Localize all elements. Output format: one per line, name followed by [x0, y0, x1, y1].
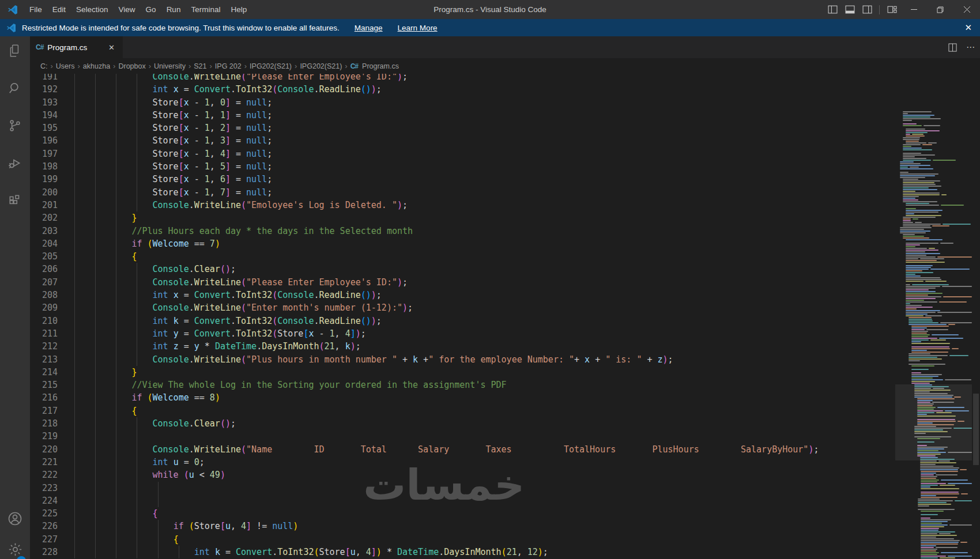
learn-more-link[interactable]: Learn More [398, 24, 438, 32]
line-content: int k = Convert.ToInt32(Store[u, 4]) * D… [69, 546, 548, 558]
more-actions-icon[interactable]: ⋯ [962, 42, 980, 52]
toggle-sidebar-icon[interactable] [824, 0, 841, 19]
indent-guide [74, 74, 75, 83]
line-content: Console.Clear(); [69, 417, 236, 430]
settings-gear-icon[interactable]: 1 [0, 535, 30, 559]
line-number: 204 [30, 237, 69, 250]
indent-guide [137, 134, 137, 147]
indent-guide [74, 405, 75, 417]
indent-guide [158, 520, 159, 532]
run-and-debug-icon[interactable] [0, 149, 30, 177]
indent-guide [95, 250, 96, 263]
indent-guide [74, 366, 75, 379]
vertical-scrollbar[interactable] [972, 111, 980, 559]
indent-guide [116, 533, 116, 546]
breadcrumb-separator: › [78, 62, 80, 70]
menu-item-file[interactable]: File [24, 0, 47, 19]
indent-guide [95, 315, 96, 327]
code-line-224: 224 [30, 494, 980, 507]
indent-guide [137, 199, 137, 211]
tab-program-cs[interactable]: C# Program.cs ✕ [30, 36, 123, 58]
menu-item-edit[interactable]: Edit [47, 0, 71, 19]
explorer-icon[interactable] [0, 37, 30, 65]
extensions-icon[interactable] [0, 187, 30, 215]
indent-guide [95, 379, 96, 391]
indent-guide [74, 263, 75, 275]
settings-badge: 1 [17, 556, 26, 559]
menu-item-terminal[interactable]: Terminal [186, 0, 225, 19]
minimap-slider[interactable] [895, 384, 972, 460]
breadcrumb-item-university[interactable]: University [154, 62, 186, 70]
scrollbar-slider[interactable] [973, 394, 979, 465]
source-control-icon[interactable] [0, 112, 30, 139]
code-line-228: 228 int k = Convert.ToInt32(Store[u, 4])… [30, 546, 980, 558]
indent-guide [116, 160, 116, 173]
code-editor[interactable]: 191 Console.WriteLine("Please Enter Empl… [30, 74, 980, 559]
split-editor-icon[interactable] [943, 43, 962, 52]
code-line-214: 214 } [30, 366, 980, 379]
code-line-226: 226 if (Store[u, 4] != null) [30, 520, 980, 532]
code-line-206: 206 Console.Clear(); [30, 263, 980, 275]
breadcrumb-item-program-cs[interactable]: Program.cs [362, 62, 399, 70]
search-icon[interactable] [0, 74, 30, 102]
breadcrumb-item-dropbox[interactable]: Dropbox [118, 62, 145, 70]
account-icon[interactable] [0, 505, 30, 532]
code-line-198: 198 Store[x - 1, 5] = null; [30, 160, 980, 173]
line-content: int k = Convert.ToInt32(Console.ReadLine… [69, 315, 382, 327]
minimize-button[interactable] [900, 0, 927, 19]
indent-guide [95, 327, 96, 340]
line-content: Store[x - 1, 3] = null; [69, 134, 272, 147]
code-line-223: 223 [30, 482, 980, 494]
menu-item-run[interactable]: Run [161, 0, 186, 19]
manage-link[interactable]: Manage [355, 24, 383, 32]
breadcrumb-item-s21[interactable]: S21 [194, 62, 206, 70]
line-content: if (Store[u, 4] != null) [69, 520, 298, 532]
indent-guide [137, 289, 137, 301]
indent-guide [95, 507, 96, 520]
line-number: 225 [30, 507, 69, 520]
csharp-file-icon: C# [36, 43, 43, 51]
tab-close-icon[interactable]: ✕ [106, 42, 117, 53]
close-window-button[interactable] [953, 0, 980, 19]
breadcrumb-separator: › [345, 62, 347, 70]
indent-guide [95, 225, 96, 237]
minimap[interactable] [895, 111, 972, 559]
line-content: while (u < 49) [69, 469, 225, 481]
breadcrumb-item-c[interactable]: C: [40, 62, 48, 70]
customize-layout-icon[interactable] [883, 0, 900, 19]
indent-guide [137, 482, 137, 494]
indent-guide [95, 263, 96, 275]
code-line-210: 210 int k = Convert.ToInt32(Console.Read… [30, 315, 980, 327]
menu-item-go[interactable]: Go [141, 0, 161, 19]
indent-guide [74, 507, 75, 520]
breadcrumb-item-users[interactable]: Users [56, 62, 75, 70]
menu-item-view[interactable]: View [114, 0, 141, 19]
indent-guide [116, 199, 116, 211]
banner-close-icon[interactable]: ✕ [964, 22, 972, 33]
indent-guide [137, 148, 137, 160]
indent-guide [116, 546, 116, 558]
breadcrumb-item-akhuzha[interactable]: akhuzha [83, 62, 110, 70]
breadcrumb-item-ipg202-s21[interactable]: IPG202(S21) [300, 62, 342, 70]
line-number: 211 [30, 327, 69, 340]
breadcrumb-item-ipg202-s21[interactable]: IPG202(S21) [250, 62, 292, 70]
indent-guide [95, 96, 96, 109]
line-number: 214 [30, 366, 69, 379]
toggle-secondary-sidebar-icon[interactable] [858, 0, 876, 19]
indent-guide [137, 315, 137, 327]
line-content: Console.WriteLine("Enter month's number … [69, 301, 413, 314]
code-line-215: 215 //View The whole Log in the Sorting … [30, 379, 980, 391]
line-number: 215 [30, 379, 69, 391]
line-number: 192 [30, 83, 69, 96]
code-line-205: 205 { [30, 250, 980, 263]
menu-item-help[interactable]: Help [225, 0, 252, 19]
restore-button[interactable] [927, 0, 953, 19]
vscode-logo-icon [7, 4, 18, 16]
indent-guide [74, 443, 75, 456]
breadcrumb-item-ipg-202[interactable]: IPG 202 [215, 62, 242, 70]
menu-item-selection[interactable]: Selection [71, 0, 114, 19]
line-content: int x = Convert.ToInt32(Console.ReadLine… [69, 289, 382, 301]
indent-guide [74, 186, 75, 199]
indent-guide [74, 237, 75, 250]
toggle-panel-icon[interactable] [841, 0, 858, 19]
